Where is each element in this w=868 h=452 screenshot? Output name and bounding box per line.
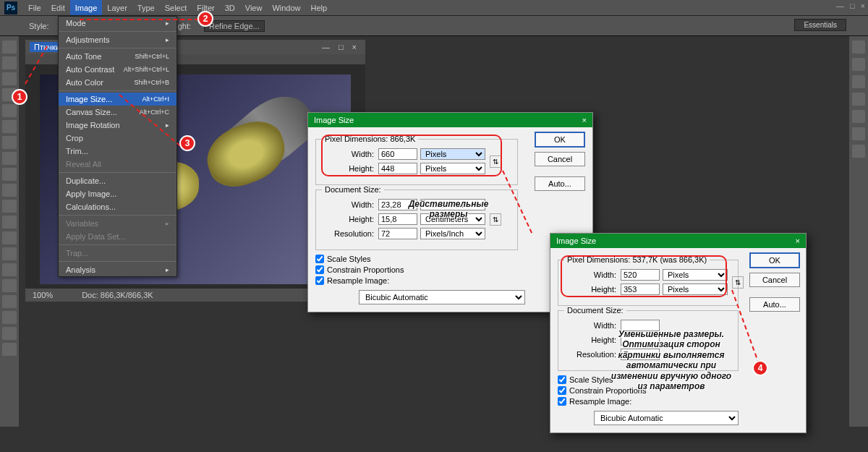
- panel-color-icon[interactable]: [852, 58, 865, 71]
- tool-crop-icon[interactable]: [2, 104, 17, 117]
- tool-stamp-icon[interactable]: [2, 168, 17, 181]
- link-icon[interactable]: ⇅: [490, 155, 501, 168]
- menu-item: Trap...: [59, 247, 176, 260]
- dlg2-resample-label: Resample Image:: [569, 397, 631, 406]
- menu-item[interactable]: Auto ColorShift+Ctrl+B: [59, 76, 176, 89]
- link-icon[interactable]: ⇅: [732, 276, 744, 289]
- panel-paths-icon[interactable]: [852, 145, 865, 158]
- menu-item[interactable]: Analysis: [59, 263, 176, 276]
- panel-swatches-icon[interactable]: [852, 75, 865, 88]
- dlg1-height-input[interactable]: [378, 163, 417, 174]
- dlg1-dwidth-label: Width:: [323, 200, 374, 209]
- menu-view[interactable]: View: [240, 0, 268, 15]
- menu-item[interactable]: Auto ContrastAlt+Shift+Ctrl+L: [59, 63, 176, 76]
- dlg1-cancel-button[interactable]: Cancel: [535, 152, 585, 166]
- menu-window[interactable]: Window: [267, 0, 305, 15]
- dlg1-scale-label: Scale Styles: [327, 255, 371, 263]
- win-min[interactable]: —: [836, 1, 844, 10]
- panel-adjustments-icon[interactable]: [852, 93, 865, 106]
- opt-refine-button[interactable]: Refine Edge...: [204, 20, 265, 32]
- tool-hand-icon[interactable]: [2, 327, 17, 340]
- panel-history-icon[interactable]: [852, 40, 865, 54]
- tool-heal-icon[interactable]: [2, 136, 17, 149]
- tool-brush-icon[interactable]: [2, 152, 17, 165]
- menu-item[interactable]: Canvas Size...Alt+Ctrl+C: [59, 106, 176, 119]
- dlg2-cancel-button[interactable]: Cancel: [749, 273, 800, 287]
- win-close[interactable]: ×: [861, 1, 865, 10]
- dlg1-resample-label: Resample Image:: [327, 276, 389, 285]
- menu-item: Variables: [59, 217, 176, 230]
- dlg2-height-input[interactable]: [621, 283, 660, 295]
- menu-item[interactable]: Crop: [59, 132, 176, 145]
- dialog1-close-icon[interactable]: ×: [582, 116, 587, 124]
- dlg2-scale-check[interactable]: [558, 375, 566, 384]
- dlg2-auto-button[interactable]: Auto...: [749, 297, 800, 312]
- menu-item: Apply Data Set...: [59, 230, 176, 243]
- dlg1-width-input[interactable]: [378, 148, 417, 160]
- dlg1-res-unit[interactable]: Pixels/Inch: [420, 228, 485, 239]
- dlg1-method-select[interactable]: Bicubic Automatic: [359, 290, 525, 304]
- tool-history-icon[interactable]: [2, 184, 17, 197]
- dlg2-constrain-check[interactable]: [558, 386, 566, 395]
- menu-file[interactable]: File: [23, 0, 46, 15]
- image-menu-dropdown: ModeAdjustmentsAuto ToneShift+Ctrl+LAuto…: [58, 16, 177, 277]
- tool-gradient-icon[interactable]: [2, 216, 17, 229]
- tool-shape-icon[interactable]: [2, 311, 17, 324]
- tool-path-icon[interactable]: [2, 295, 17, 308]
- menu-select[interactable]: Select: [160, 0, 192, 15]
- dlg1-resample-check[interactable]: [315, 276, 324, 285]
- menu-image[interactable]: Image: [70, 0, 103, 15]
- menu-layer[interactable]: Layer: [102, 0, 132, 15]
- doc-max-icon[interactable]: □: [339, 43, 344, 51]
- dlg1-auto-button[interactable]: Auto...: [535, 176, 585, 191]
- tool-blur-icon[interactable]: [2, 231, 17, 244]
- menu-item[interactable]: Image Size...Alt+Ctrl+I: [59, 93, 176, 106]
- menu-item[interactable]: Apply Image...: [59, 187, 176, 200]
- tool-marquee-icon[interactable]: [2, 56, 17, 69]
- tool-eyedrop-icon[interactable]: [2, 120, 17, 133]
- dlg2-method-select[interactable]: Bicubic Automatic: [594, 411, 739, 425]
- zoom-level[interactable]: 100%: [33, 291, 53, 299]
- menu-item[interactable]: Calculations...: [59, 200, 176, 213]
- dialog1-title: Image Size: [314, 116, 354, 124]
- tool-move-icon[interactable]: [2, 40, 17, 54]
- dlg1-width-unit[interactable]: Pixels: [420, 148, 485, 160]
- dialog2-close-icon[interactable]: ×: [796, 236, 800, 245]
- panel-layers-icon[interactable]: [852, 110, 865, 123]
- menu-help[interactable]: Help: [306, 0, 333, 15]
- menu-item[interactable]: Trim...: [59, 145, 176, 158]
- dlg2-resample-check[interactable]: [558, 397, 566, 406]
- doc-close-icon[interactable]: ×: [352, 43, 357, 51]
- panel-channels-icon[interactable]: [852, 127, 865, 140]
- tool-lasso-icon[interactable]: [2, 72, 17, 85]
- dlg1-constrain-label: Constrain Proportions: [327, 265, 404, 274]
- dlg1-height-unit[interactable]: Pixels: [420, 163, 485, 174]
- menu-edit[interactable]: Edit: [46, 0, 70, 15]
- menu-item[interactable]: Image Rotation: [59, 119, 176, 132]
- dialog1-titlebar[interactable]: Image Size ×: [308, 113, 592, 127]
- menu-3d[interactable]: 3D: [220, 0, 240, 15]
- dialog2-titlebar[interactable]: Image Size ×: [550, 234, 806, 248]
- menu-item[interactable]: Adjustments: [59, 33, 176, 46]
- doc-min-icon[interactable]: —: [322, 43, 330, 51]
- dlg2-width-unit[interactable]: Pixels: [663, 269, 728, 281]
- dlg1-constrain-check[interactable]: [315, 265, 324, 274]
- menu-item[interactable]: Auto ToneShift+Ctrl+L: [59, 50, 176, 63]
- dlg2-height-unit[interactable]: Pixels: [663, 283, 728, 295]
- workspace-switcher[interactable]: Essentials: [794, 19, 846, 31]
- dlg1-ok-button[interactable]: OK: [535, 132, 585, 148]
- dlg1-pixdim-value: 866,3K: [390, 135, 415, 143]
- tool-pen-icon[interactable]: [2, 263, 17, 276]
- tool-zoom-icon[interactable]: [2, 343, 17, 356]
- menu-item[interactable]: Duplicate...: [59, 174, 176, 187]
- menu-type[interactable]: Type: [132, 0, 160, 15]
- dlg2-pixdim-value: 537,7K (was 866,3K): [632, 255, 707, 264]
- dlg1-res-input[interactable]: [378, 228, 417, 239]
- dlg1-scale-check[interactable]: [315, 255, 324, 263]
- dlg2-ok-button[interactable]: OK: [749, 252, 800, 268]
- tool-eraser-icon[interactable]: [2, 200, 17, 213]
- tool-text-icon[interactable]: [2, 279, 17, 292]
- dlg2-width-input[interactable]: [621, 269, 660, 281]
- win-max[interactable]: □: [850, 1, 855, 10]
- tool-dodge-icon[interactable]: [2, 247, 17, 260]
